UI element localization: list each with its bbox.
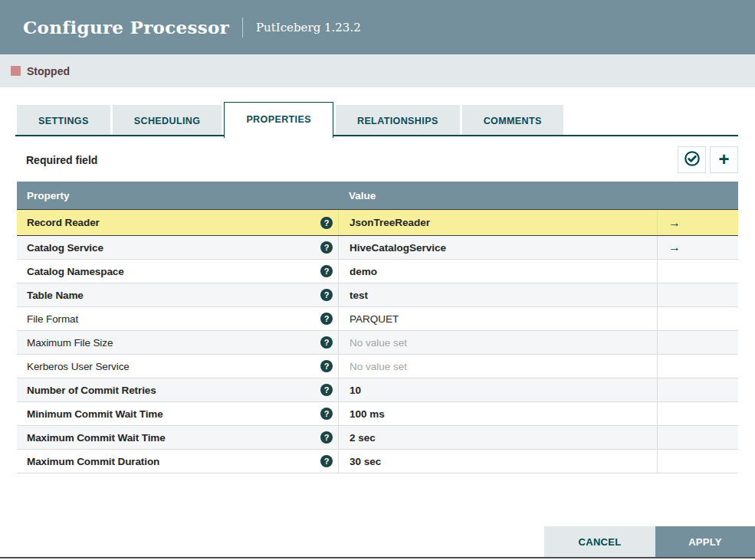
property-name: Minimum Commit Wait Time xyxy=(27,408,163,420)
help-icon[interactable]: ? xyxy=(320,455,333,467)
help-icon[interactable]: ? xyxy=(320,408,333,420)
table-row[interactable]: Maximum Commit Wait Time ? 2 sec → xyxy=(17,426,738,450)
property-name: Number of Commit Retries xyxy=(27,385,156,396)
property-value: demo xyxy=(350,266,377,277)
help-icon[interactable]: ? xyxy=(320,265,333,277)
go-to-service-icon[interactable]: → xyxy=(668,241,681,254)
property-value: PARQUET xyxy=(350,313,399,325)
required-field-hint: Required field xyxy=(26,154,97,166)
actions-cell: → xyxy=(657,236,738,259)
column-header-property: Property xyxy=(17,182,338,209)
column-header-actions xyxy=(657,182,738,209)
add-property-button[interactable]: + xyxy=(710,146,738,173)
table-row[interactable]: File Format ? PARQUET → xyxy=(17,307,738,331)
help-icon[interactable]: ? xyxy=(320,360,333,372)
table-header-row: Property Value xyxy=(17,182,738,209)
property-value: JsonTreeReader xyxy=(350,217,430,228)
property-name: Catalog Service xyxy=(27,242,103,254)
tab-label: SCHEDULING xyxy=(134,116,201,126)
value-cell[interactable]: 2 sec xyxy=(338,426,657,449)
help-icon[interactable]: ? xyxy=(320,431,333,444)
table-row[interactable]: Number of Commit Retries ? 10 → xyxy=(17,378,738,402)
table-row[interactable]: Table Name ? test → xyxy=(17,283,738,307)
tab-scheduling[interactable]: SCHEDULING xyxy=(113,105,222,136)
value-cell[interactable]: 30 sec xyxy=(338,450,657,473)
dialog-header: Configure Processor PutIceberg 1.23.2 xyxy=(0,0,755,54)
actions-cell: → xyxy=(657,426,738,449)
property-name: Maximum Commit Duration xyxy=(27,456,159,467)
tab-label: COMMENTS xyxy=(484,116,542,126)
help-icon[interactable]: ? xyxy=(320,241,333,254)
property-cell: Table Name ? xyxy=(17,283,338,306)
help-icon[interactable]: ? xyxy=(320,384,333,396)
go-to-service-icon[interactable]: → xyxy=(668,217,681,229)
help-icon[interactable]: ? xyxy=(320,336,333,349)
property-name: Table Name xyxy=(27,290,84,301)
cancel-button[interactable]: CANCEL xyxy=(544,526,655,558)
property-name: Maximum File Size xyxy=(27,337,113,349)
actions-cell: → xyxy=(657,307,738,330)
property-value: 10 xyxy=(350,385,361,396)
property-value: No value set xyxy=(350,361,407,372)
value-cell[interactable]: PARQUET xyxy=(338,307,657,330)
actions-cell: → xyxy=(657,402,738,425)
property-cell: Kerberos User Service ? xyxy=(17,355,338,378)
property-cell: Minimum Commit Wait Time ? xyxy=(17,402,338,425)
status-label: Stopped xyxy=(27,65,70,77)
properties-toolbar: Required field + xyxy=(17,136,738,182)
property-cell: Record Reader ? xyxy=(17,210,338,235)
property-cell: Maximum Commit Wait Time ? xyxy=(17,426,338,449)
value-cell[interactable]: JsonTreeReader xyxy=(338,210,657,235)
help-icon[interactable]: ? xyxy=(320,313,333,325)
property-value: No value set xyxy=(350,337,407,349)
value-cell[interactable]: No value set xyxy=(338,331,657,354)
value-cell[interactable]: test xyxy=(338,283,657,306)
tab-bar: SETTINGS SCHEDULING PROPERTIES RELATIONS… xyxy=(17,100,738,136)
tab-relationships[interactable]: RELATIONSHIPS xyxy=(336,105,460,136)
value-cell[interactable]: 100 ms xyxy=(338,402,657,425)
actions-cell: → xyxy=(657,210,738,235)
table-row[interactable]: Catalog Namespace ? demo → xyxy=(17,260,738,283)
property-cell: Number of Commit Retries ? xyxy=(17,378,338,401)
dialog-title: Configure Processor xyxy=(23,17,229,38)
table-row[interactable]: Maximum File Size ? No value set → xyxy=(17,331,738,355)
value-cell[interactable]: 10 xyxy=(338,378,657,401)
value-cell[interactable]: No value set xyxy=(338,355,657,378)
property-value: 100 ms xyxy=(350,408,385,420)
tab-label: SETTINGS xyxy=(38,116,89,126)
property-cell: Catalog Namespace ? xyxy=(17,260,338,283)
apply-button[interactable]: APPLY xyxy=(655,526,755,558)
property-cell: File Format ? xyxy=(17,307,338,330)
stopped-square-icon xyxy=(11,66,21,76)
column-header-value: Value xyxy=(338,182,657,209)
tab-properties[interactable]: PROPERTIES xyxy=(224,102,333,138)
tab-settings[interactable]: SETTINGS xyxy=(17,105,110,136)
table-row[interactable]: Maximum Commit Duration ? 30 sec → xyxy=(17,450,738,473)
tab-label: PROPERTIES xyxy=(246,114,311,125)
verify-properties-button[interactable] xyxy=(678,146,706,173)
tab-comments[interactable]: COMMENTS xyxy=(462,105,563,136)
property-cell: Maximum Commit Duration ? xyxy=(17,450,338,473)
property-name: Maximum Commit Wait Time xyxy=(27,432,166,444)
footer-buttons: CANCEL APPLY xyxy=(544,526,755,558)
processor-type-version: PutIceberg 1.23.2 xyxy=(256,21,361,34)
actions-cell: → xyxy=(657,260,738,283)
actions-cell: → xyxy=(657,378,738,401)
value-cell[interactable]: HiveCatalogService xyxy=(338,236,657,259)
table-row[interactable]: Record Reader ? JsonTreeReader → xyxy=(17,209,738,236)
table-body: Record Reader ? JsonTreeReader → Catalog… xyxy=(17,209,738,473)
actions-cell: → xyxy=(657,450,738,473)
help-icon[interactable]: ? xyxy=(320,289,333,301)
property-cell: Maximum File Size ? xyxy=(17,331,338,354)
status-bar: Stopped xyxy=(0,54,755,87)
value-cell[interactable]: demo xyxy=(338,260,657,283)
table-row[interactable]: Kerberos User Service ? No value set → xyxy=(17,355,738,378)
table-row[interactable]: Minimum Commit Wait Time ? 100 ms → xyxy=(17,402,738,426)
help-icon[interactable]: ? xyxy=(320,217,333,229)
toolbar-buttons: + xyxy=(674,146,738,173)
table-row[interactable]: Catalog Service ? HiveCatalogService → xyxy=(17,236,738,260)
property-name: File Format xyxy=(27,313,78,325)
actions-cell: → xyxy=(657,331,738,354)
dialog-body: SETTINGS SCHEDULING PROPERTIES RELATIONS… xyxy=(0,100,755,473)
property-name: Kerberos User Service xyxy=(27,361,130,372)
